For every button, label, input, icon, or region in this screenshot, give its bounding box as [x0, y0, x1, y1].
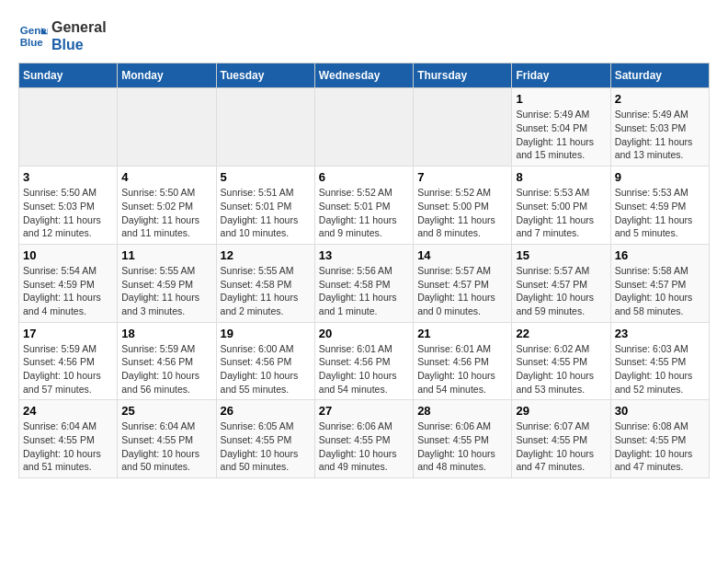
- calendar-week-row: 1Sunrise: 5:49 AM Sunset: 5:04 PM Daylig…: [19, 88, 710, 167]
- calendar-cell: 13Sunrise: 5:56 AM Sunset: 4:58 PM Dayli…: [314, 244, 413, 322]
- calendar-cell: 7Sunrise: 5:52 AM Sunset: 5:00 PM Daylig…: [414, 167, 512, 245]
- day-info: Sunrise: 5:50 AM Sunset: 5:03 PM Dayligh…: [23, 186, 113, 240]
- logo-icon: General Blue: [18, 21, 48, 51]
- day-number: 8: [516, 170, 606, 184]
- day-info: Sunrise: 6:04 AM Sunset: 4:55 PM Dayligh…: [121, 419, 211, 474]
- day-info: Sunrise: 6:08 AM Sunset: 4:55 PM Dayligh…: [615, 419, 705, 474]
- calendar-cell: [414, 88, 512, 167]
- weekday-header-row: SundayMondayTuesdayWednesdayThursdayFrid…: [19, 63, 710, 88]
- calendar-cell: 22Sunrise: 6:02 AM Sunset: 4:55 PM Dayli…: [512, 322, 610, 400]
- day-info: Sunrise: 6:06 AM Sunset: 4:55 PM Dayligh…: [319, 419, 409, 474]
- calendar-cell: 17Sunrise: 5:59 AM Sunset: 4:56 PM Dayli…: [19, 322, 118, 400]
- day-number: 19: [221, 327, 311, 340]
- day-number: 24: [23, 404, 113, 418]
- calendar-cell: 6Sunrise: 5:52 AM Sunset: 5:01 PM Daylig…: [314, 167, 413, 245]
- calendar-week-row: 3Sunrise: 5:50 AM Sunset: 5:03 PM Daylig…: [19, 167, 710, 245]
- calendar-cell: 20Sunrise: 6:01 AM Sunset: 4:56 PM Dayli…: [314, 322, 413, 400]
- calendar-cell: 30Sunrise: 6:08 AM Sunset: 4:55 PM Dayli…: [610, 400, 709, 478]
- page-header: General Blue General Blue: [18, 18, 710, 53]
- day-number: 12: [221, 248, 311, 262]
- day-info: Sunrise: 6:04 AM Sunset: 4:55 PM Dayligh…: [23, 419, 113, 474]
- day-info: Sunrise: 6:03 AM Sunset: 4:55 PM Dayligh…: [615, 342, 705, 396]
- day-info: Sunrise: 6:05 AM Sunset: 4:55 PM Dayligh…: [221, 419, 311, 474]
- weekday-header: Sunday: [19, 63, 118, 88]
- calendar-cell: 24Sunrise: 6:04 AM Sunset: 4:55 PM Dayli…: [19, 400, 118, 478]
- day-number: 21: [417, 327, 507, 340]
- day-number: 15: [516, 248, 606, 262]
- day-info: Sunrise: 5:54 AM Sunset: 4:59 PM Dayligh…: [23, 264, 113, 318]
- calendar-cell: 21Sunrise: 6:01 AM Sunset: 4:56 PM Dayli…: [414, 322, 512, 400]
- calendar-cell: 5Sunrise: 5:51 AM Sunset: 5:01 PM Daylig…: [216, 167, 314, 245]
- calendar-cell: 8Sunrise: 5:53 AM Sunset: 5:00 PM Daylig…: [512, 167, 610, 245]
- day-info: Sunrise: 6:00 AM Sunset: 4:56 PM Dayligh…: [221, 342, 311, 396]
- day-number: 16: [615, 248, 705, 262]
- day-info: Sunrise: 5:52 AM Sunset: 5:01 PM Dayligh…: [319, 186, 409, 240]
- day-number: 23: [615, 327, 705, 340]
- calendar-cell: [19, 88, 118, 167]
- day-info: Sunrise: 6:06 AM Sunset: 4:55 PM Dayligh…: [417, 419, 507, 474]
- day-info: Sunrise: 5:55 AM Sunset: 4:58 PM Dayligh…: [221, 264, 311, 318]
- day-number: 7: [417, 170, 507, 184]
- calendar-cell: [216, 88, 314, 167]
- calendar-cell: 1Sunrise: 5:49 AM Sunset: 5:04 PM Daylig…: [512, 88, 610, 167]
- day-info: Sunrise: 5:50 AM Sunset: 5:02 PM Dayligh…: [121, 186, 211, 240]
- calendar-week-row: 17Sunrise: 5:59 AM Sunset: 4:56 PM Dayli…: [19, 322, 710, 400]
- weekday-header: Saturday: [610, 63, 709, 88]
- calendar-cell: 9Sunrise: 5:53 AM Sunset: 4:59 PM Daylig…: [610, 167, 709, 245]
- day-number: 26: [221, 404, 311, 418]
- calendar-cell: 25Sunrise: 6:04 AM Sunset: 4:55 PM Dayli…: [118, 400, 216, 478]
- svg-text:Blue: Blue: [20, 37, 44, 48]
- calendar-cell: 26Sunrise: 6:05 AM Sunset: 4:55 PM Dayli…: [216, 400, 314, 478]
- day-number: 4: [121, 170, 211, 184]
- day-number: 27: [319, 404, 409, 418]
- day-info: Sunrise: 5:52 AM Sunset: 5:00 PM Dayligh…: [417, 186, 507, 240]
- day-number: 30: [615, 404, 705, 418]
- day-number: 13: [319, 248, 409, 262]
- calendar-cell: 18Sunrise: 5:59 AM Sunset: 4:56 PM Dayli…: [118, 322, 216, 400]
- calendar-cell: 10Sunrise: 5:54 AM Sunset: 4:59 PM Dayli…: [19, 244, 118, 322]
- day-info: Sunrise: 5:56 AM Sunset: 4:58 PM Dayligh…: [319, 264, 409, 318]
- day-number: 25: [121, 404, 211, 418]
- day-info: Sunrise: 5:49 AM Sunset: 5:03 PM Dayligh…: [615, 108, 705, 162]
- day-info: Sunrise: 5:49 AM Sunset: 5:04 PM Dayligh…: [516, 108, 606, 162]
- calendar-cell: 29Sunrise: 6:07 AM Sunset: 4:55 PM Dayli…: [512, 400, 610, 478]
- day-info: Sunrise: 5:59 AM Sunset: 4:56 PM Dayligh…: [121, 342, 211, 396]
- day-number: 18: [121, 327, 211, 340]
- calendar-cell: 3Sunrise: 5:50 AM Sunset: 5:03 PM Daylig…: [19, 167, 118, 245]
- day-number: 10: [23, 248, 113, 262]
- weekday-header: Tuesday: [216, 63, 314, 88]
- calendar-cell: [314, 88, 413, 167]
- day-info: Sunrise: 5:53 AM Sunset: 5:00 PM Dayligh…: [516, 186, 606, 240]
- weekday-header: Friday: [512, 63, 610, 88]
- day-number: 3: [23, 170, 113, 184]
- calendar-week-row: 10Sunrise: 5:54 AM Sunset: 4:59 PM Dayli…: [19, 244, 710, 322]
- day-info: Sunrise: 5:51 AM Sunset: 5:01 PM Dayligh…: [221, 186, 311, 240]
- logo-general: General: [51, 18, 107, 36]
- day-number: 1: [516, 92, 606, 106]
- calendar-cell: 2Sunrise: 5:49 AM Sunset: 5:03 PM Daylig…: [610, 88, 709, 167]
- weekday-header: Monday: [118, 63, 216, 88]
- day-info: Sunrise: 5:53 AM Sunset: 4:59 PM Dayligh…: [615, 186, 705, 240]
- calendar-cell: 28Sunrise: 6:06 AM Sunset: 4:55 PM Dayli…: [414, 400, 512, 478]
- weekday-header: Wednesday: [314, 63, 413, 88]
- calendar-cell: 11Sunrise: 5:55 AM Sunset: 4:59 PM Dayli…: [118, 244, 216, 322]
- calendar-cell: 14Sunrise: 5:57 AM Sunset: 4:57 PM Dayli…: [414, 244, 512, 322]
- logo-blue: Blue: [51, 36, 107, 53]
- day-info: Sunrise: 5:59 AM Sunset: 4:56 PM Dayligh…: [23, 342, 113, 396]
- day-number: 20: [319, 327, 409, 340]
- calendar-cell: 4Sunrise: 5:50 AM Sunset: 5:02 PM Daylig…: [118, 167, 216, 245]
- day-number: 9: [615, 170, 705, 184]
- day-info: Sunrise: 6:01 AM Sunset: 4:56 PM Dayligh…: [417, 342, 507, 396]
- calendar-cell: 23Sunrise: 6:03 AM Sunset: 4:55 PM Dayli…: [610, 322, 709, 400]
- calendar-cell: 19Sunrise: 6:00 AM Sunset: 4:56 PM Dayli…: [216, 322, 314, 400]
- calendar-cell: 27Sunrise: 6:06 AM Sunset: 4:55 PM Dayli…: [314, 400, 413, 478]
- day-number: 14: [417, 248, 507, 262]
- day-info: Sunrise: 6:01 AM Sunset: 4:56 PM Dayligh…: [319, 342, 409, 396]
- weekday-header: Thursday: [414, 63, 512, 88]
- day-info: Sunrise: 6:07 AM Sunset: 4:55 PM Dayligh…: [516, 419, 606, 474]
- calendar-cell: 12Sunrise: 5:55 AM Sunset: 4:58 PM Dayli…: [216, 244, 314, 322]
- day-number: 17: [23, 327, 113, 340]
- day-number: 28: [417, 404, 507, 418]
- logo: General Blue General Blue: [18, 18, 107, 53]
- day-info: Sunrise: 5:55 AM Sunset: 4:59 PM Dayligh…: [121, 264, 211, 318]
